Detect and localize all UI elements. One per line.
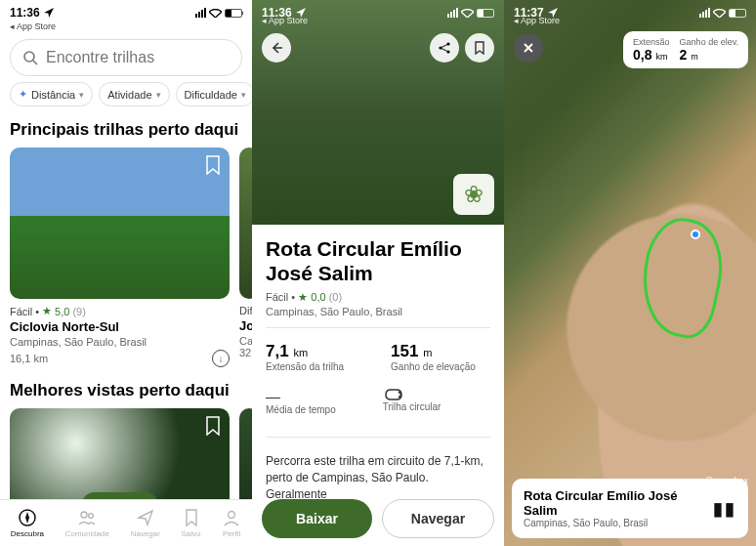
wifi-icon xyxy=(461,9,474,18)
divider xyxy=(266,437,490,438)
bookmark-icon[interactable] xyxy=(204,416,222,436)
svg-point-0 xyxy=(24,52,34,62)
status-time: 11:36 xyxy=(10,6,40,20)
search-placeholder: Encontre trilhas xyxy=(46,49,154,66)
chevron-down-icon: ▾ xyxy=(241,90,246,100)
breadcrumb[interactable]: ◂ App Store xyxy=(252,16,317,27)
trail-location: Campinas, São Paulo, Brasil xyxy=(10,336,230,348)
nav-arrow-icon xyxy=(136,508,155,527)
svg-point-4 xyxy=(89,514,94,519)
divider xyxy=(266,327,490,328)
arrow-left-icon xyxy=(270,41,283,55)
now-navigating-card[interactable]: Rota Circular Emílio José Salim Campinas… xyxy=(512,479,748,538)
battery-icon xyxy=(729,9,746,18)
tab-navigate[interactable]: Navegar xyxy=(131,508,160,538)
trail-name: Ciclovia Norte-Sul xyxy=(10,317,230,336)
search-input[interactable]: Encontre trilhas xyxy=(10,39,242,76)
bookmark-icon[interactable] xyxy=(204,155,222,175)
people-icon xyxy=(77,508,97,527)
trail-image xyxy=(10,147,230,299)
filter-chips: ✦Distância▾ Atividade▾ Dificuldade▾ Ext xyxy=(0,82,252,116)
sparkle-icon: ✦ xyxy=(19,88,27,101)
signal-icon xyxy=(195,8,206,18)
chip-distance[interactable]: ✦Distância▾ xyxy=(10,82,93,106)
share-icon xyxy=(438,41,451,55)
stat-elev-gain: Ganho de elev.2 m xyxy=(680,37,738,63)
close-button[interactable] xyxy=(514,33,543,63)
chevron-down-icon: ▾ xyxy=(79,90,84,100)
trail-meta: Fácil • ★5,0(9) xyxy=(10,299,230,317)
svg-point-3 xyxy=(81,512,87,518)
bookmark-tab-icon xyxy=(182,508,201,527)
stat-distance: Extensão0,8 km xyxy=(633,37,670,63)
battery-icon xyxy=(477,9,494,18)
chevron-down-icon: ▾ xyxy=(156,90,161,100)
stat-avg-time: —Média de tempo xyxy=(266,388,336,415)
tab-bar: Descubra Comunidade Navegar Salvo Perfil xyxy=(0,499,252,546)
close-icon xyxy=(523,42,534,54)
tab-community[interactable]: Comunidade xyxy=(65,508,109,538)
trail-card[interactable]: Dif Jo Ca 32 xyxy=(239,147,252,367)
nav-sub: Campinas, São Paulo, Brasil xyxy=(524,518,713,528)
hero-image: 11:36 ◂ App Store ❀ xyxy=(252,0,504,225)
stat-length: 7,1 kmExtensão da trilha xyxy=(266,342,344,372)
svg-line-1 xyxy=(33,61,37,64)
trail-title: Rota Circular Emílio José Salim xyxy=(266,236,490,285)
location-arrow-icon xyxy=(44,8,54,18)
chip-activity[interactable]: Atividade▾ xyxy=(99,82,169,106)
stat-elevation: 151 mGanho de elevação xyxy=(391,342,476,372)
trail-meta: Fácil • ★ 0,0 (0) xyxy=(266,285,490,306)
trail-card[interactable]: Fácil • ★5,0(9) Ciclovia Norte-Sul Campi… xyxy=(10,147,230,367)
trail-location: Campinas, São Paulo, Brasil xyxy=(266,306,490,317)
section-trails-title: Principais trilhas perto daqui xyxy=(0,116,252,147)
park-logo: ❀ xyxy=(453,174,494,215)
stat-route-type: Trilha circular xyxy=(383,388,441,415)
search-icon xyxy=(22,50,38,65)
svg-point-5 xyxy=(229,512,235,519)
bookmark-button[interactable] xyxy=(465,33,494,63)
download-icon[interactable]: ↓ xyxy=(212,350,230,367)
tab-discover[interactable]: Descubra xyxy=(11,508,44,538)
tab-saved[interactable]: Salvo xyxy=(182,508,201,538)
section-views-title: Melhores vistas perto daqui xyxy=(0,367,252,408)
trail-description: Percorra este trilha em circuito de 7,1-… xyxy=(266,447,490,502)
signal-icon xyxy=(447,8,458,18)
trail-distance: 16,1 km xyxy=(10,353,48,364)
trail-image xyxy=(239,147,252,299)
wifi-icon xyxy=(713,9,726,18)
tab-profile[interactable]: Perfil xyxy=(222,508,241,538)
nav-title: Rota Circular Emílio José Salim xyxy=(524,488,713,518)
loop-icon xyxy=(383,388,404,401)
breadcrumb[interactable]: ◂ App Store xyxy=(504,16,569,27)
status-bar: 11:36 xyxy=(0,0,252,21)
wifi-icon xyxy=(209,9,222,18)
bookmark-icon xyxy=(474,41,485,55)
compass-icon xyxy=(18,508,37,527)
download-button[interactable]: Baixar xyxy=(262,499,372,538)
battery-icon xyxy=(225,9,242,18)
location-marker xyxy=(691,230,700,239)
chip-difficulty[interactable]: Dificuldade▾ xyxy=(176,82,252,106)
navigate-button[interactable]: Navegar xyxy=(382,499,494,538)
pause-button[interactable]: ▮▮ xyxy=(713,498,736,520)
share-button[interactable] xyxy=(430,33,459,63)
signal-icon xyxy=(699,8,710,18)
star-icon: ★ xyxy=(298,291,308,303)
profile-icon xyxy=(222,508,241,527)
back-button[interactable] xyxy=(262,33,291,63)
breadcrumb[interactable]: ◂ App Store xyxy=(0,21,252,33)
stats-card: Extensão0,8 km Ganho de elev.2 m xyxy=(623,31,748,68)
star-icon: ★ xyxy=(42,305,52,317)
